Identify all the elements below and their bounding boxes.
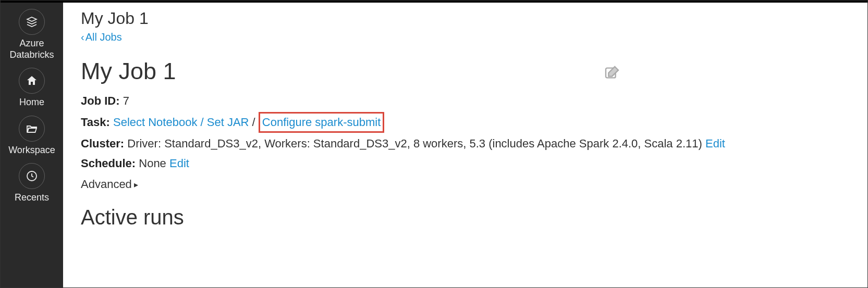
cluster-edit-link[interactable]: Edit (705, 137, 725, 150)
main-content: My Job 1 ‹ All Jobs My Job 1 Job ID: 7 T… (63, 3, 867, 287)
sidebar-item-label: Recents (15, 192, 49, 204)
configure-spark-submit-highlight: Configure spark-submit (259, 112, 384, 133)
job-id-line: Job ID: 7 (81, 92, 850, 110)
back-link-label: All Jobs (85, 31, 122, 43)
active-runs-heading: Active runs (81, 206, 850, 229)
svg-marker-0 (27, 17, 36, 21)
task-line: Task: Select Notebook / Set JAR / Config… (81, 112, 850, 133)
select-notebook-link[interactable]: Select Notebook (113, 116, 197, 129)
app-layout: Azure Databricks Home Workspace (1, 3, 867, 287)
sidebar: Azure Databricks Home Workspace (1, 3, 63, 287)
job-id-value: 7 (123, 94, 129, 107)
sidebar-item-home[interactable]: Home (1, 68, 63, 108)
sidebar-item-label: Workspace (8, 145, 55, 156)
clock-icon (19, 163, 45, 189)
sidebar-item-label: Azure Databricks (1, 38, 63, 60)
caret-right-icon: ▸ (134, 180, 138, 190)
databricks-logo-icon (19, 9, 45, 35)
task-label: Task: (81, 116, 110, 129)
back-to-all-jobs-link[interactable]: ‹ All Jobs (81, 31, 122, 43)
cluster-value: Driver: Standard_DS3_v2, Workers: Standa… (127, 137, 702, 150)
home-icon (19, 68, 45, 94)
schedule-value: None (139, 157, 166, 170)
advanced-label: Advanced (81, 178, 132, 191)
chevron-left-icon: ‹ (81, 31, 84, 43)
pencil-square-icon (604, 74, 620, 83)
sidebar-item-brand[interactable]: Azure Databricks (1, 9, 63, 60)
sidebar-item-workspace[interactable]: Workspace (1, 116, 63, 156)
edit-title-button[interactable] (604, 65, 620, 83)
sidebar-item-label: Home (19, 97, 44, 108)
cluster-line: Cluster: Driver: Standard_DS3_v2, Worker… (81, 135, 850, 153)
job-id-label: Job ID: (81, 94, 120, 107)
schedule-label: Schedule: (81, 157, 136, 170)
sidebar-item-recents[interactable]: Recents (1, 163, 63, 204)
set-jar-link[interactable]: Set JAR (207, 116, 249, 129)
breadcrumb-title: My Job 1 (81, 9, 850, 28)
task-separator: / (201, 116, 207, 129)
folder-open-icon (19, 116, 45, 142)
schedule-line: Schedule: None Edit (81, 155, 850, 172)
task-separator: / (252, 116, 259, 129)
advanced-toggle[interactable]: Advanced ▸ (81, 178, 138, 191)
cluster-label: Cluster: (81, 137, 124, 150)
job-title: My Job 1 (81, 58, 176, 85)
configure-spark-submit-link[interactable]: Configure spark-submit (262, 116, 381, 129)
schedule-edit-link[interactable]: Edit (169, 157, 189, 170)
